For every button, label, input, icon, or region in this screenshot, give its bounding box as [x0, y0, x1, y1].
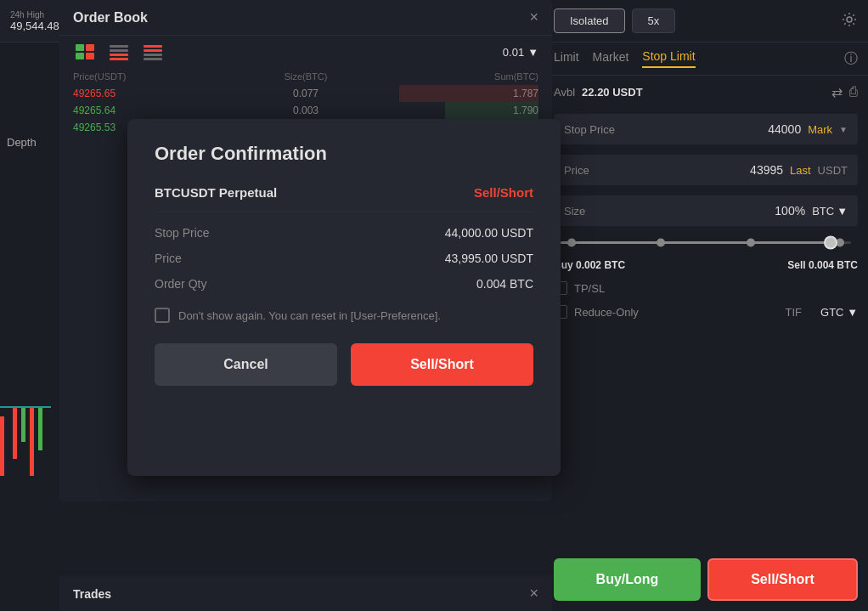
ob-col-headers: Price(USDT) Size(BTC) Sum(BTC) — [59, 68, 552, 85]
buy-amount-label: Buy 0.002 BTC — [554, 259, 625, 271]
svg-rect-6 — [110, 54, 128, 56]
sell-short-button[interactable]: Sell/Short — [707, 558, 858, 601]
ob-view-list1[interactable] — [107, 42, 131, 61]
table-row: 49265.64 0.003 1.790 — [73, 102, 538, 119]
modal-pair-label: BTCUSDT Perpetual — [155, 185, 277, 200]
ob-view-grid[interactable] — [73, 42, 97, 61]
svg-rect-7 — [110, 58, 128, 60]
left-panel: 24h High 49,544.48 24h Lo 46.88 ► ☷ Dept… — [0, 0, 544, 611]
svg-point-12 — [847, 17, 852, 22]
isolated-button[interactable]: Isolated — [554, 8, 625, 33]
ob-view-list2[interactable] — [141, 42, 165, 61]
leverage-button[interactable]: 5x — [632, 8, 676, 33]
modal-qty-label: Order Qty — [155, 277, 206, 291]
svg-rect-8 — [144, 45, 162, 48]
dont-show-checkbox[interactable] — [155, 308, 170, 323]
sell-amount-value: 0.004 BTC — [809, 259, 858, 271]
svg-rect-11 — [144, 58, 162, 60]
price-right: 43995 Last USDT — [750, 163, 848, 177]
svg-rect-1 — [86, 44, 94, 51]
tif-label: TIF — [786, 306, 803, 319]
svg-rect-2 — [76, 53, 84, 59]
order-tabs: Limit Market Stop Limit ⓘ — [544, 42, 868, 76]
buy-long-button[interactable]: Buy/Long — [554, 558, 701, 601]
ob-decimal-selector[interactable]: 0.01 ▼ — [503, 46, 538, 59]
buy-sell-amounts: Buy 0.002 BTC Sell 0.004 BTC — [544, 254, 868, 276]
ob-title: Order Book — [73, 10, 148, 25]
ob-close-button[interactable]: × — [529, 8, 538, 26]
settings-icon[interactable] — [841, 11, 858, 31]
calculator-icon[interactable]: ⎙ — [849, 84, 858, 100]
tpsl-row: TP/SL — [544, 276, 868, 300]
right-panel: Isolated 5x Limit Market Stop Limit ⓘ Av… — [544, 0, 868, 611]
rp-top: Isolated 5x — [544, 0, 868, 42]
reduce-only-label: Reduce-Only — [574, 306, 639, 319]
trades-close-icon[interactable]: × — [529, 585, 538, 603]
price-line — [0, 406, 51, 408]
tif-dropdown[interactable]: GTC ▼ — [820, 306, 858, 319]
stat-24h-high: 24h High 49,544.48 — [10, 10, 59, 32]
reduce-only-row: Reduce-Only TIF GTC ▼ — [544, 300, 868, 324]
svg-rect-3 — [86, 53, 94, 59]
modal-divider — [155, 212, 533, 212]
slider-handle[interactable] — [824, 236, 837, 250]
svg-rect-0 — [76, 44, 84, 51]
modal-price-value: 43,995.00 USDT — [445, 252, 533, 265]
ob-controls: 0.01 ▼ — [59, 36, 552, 68]
modal-stop-price-value: 44,000.00 USDT — [445, 226, 533, 240]
slider-dot-25[interactable] — [657, 238, 665, 246]
swap-icon[interactable]: ⇄ — [831, 84, 843, 100]
slider-container[interactable] — [544, 231, 868, 254]
size-unit-dropdown[interactable]: BTC ▼ — [812, 205, 848, 218]
svg-rect-10 — [144, 54, 162, 56]
stop-price-value: 44000 — [768, 122, 801, 136]
avbl-label: Avbl — [554, 86, 575, 99]
trades-title: Trades — [73, 587, 111, 601]
avbl-icons: ⇄ ⎙ — [831, 84, 858, 100]
modal-pair-row: BTCUSDT Perpetual Sell/Short — [155, 185, 533, 200]
avbl-row: Avbl 22.20 USDT ⇄ ⎙ — [544, 76, 868, 109]
trades-bar: Trades × — [59, 576, 552, 611]
tab-stop-limit[interactable]: Stop Limit — [642, 49, 695, 68]
size-right: 100% BTC ▼ — [775, 204, 848, 218]
ob-header: Order Book × — [59, 0, 552, 36]
stop-price-field[interactable]: Stop Price 44000 Mark ▼ — [554, 114, 858, 144]
svg-rect-4 — [110, 45, 128, 48]
modal-checkbox-row: Don't show again. You can reset in [User… — [155, 308, 533, 323]
modal-title: Order Confirmation — [155, 143, 533, 165]
stop-price-tag[interactable]: Mark — [808, 123, 832, 136]
svg-rect-5 — [110, 49, 128, 52]
stat-label-high: 24h High — [10, 10, 59, 20]
price-unit: USDT — [818, 164, 848, 177]
slider-dots — [567, 239, 844, 246]
modal-qty-value: 0.004 BTC — [476, 277, 533, 291]
tpsl-label: TP/SL — [574, 282, 605, 295]
table-row: 49265.65 0.077 1.787 — [73, 85, 538, 102]
modal-side-label: Sell/Short — [474, 185, 533, 200]
svg-rect-9 — [144, 49, 162, 52]
size-field[interactable]: Size 100% BTC ▼ — [554, 195, 858, 226]
order-confirmation-modal: Order Confirmation BTCUSDT Perpetual Sel… — [127, 119, 561, 476]
modal-sell-button[interactable]: Sell/Short — [351, 343, 533, 386]
action-buttons: Buy/Long Sell/Short — [544, 545, 868, 611]
slider-dot-50[interactable] — [747, 238, 755, 246]
sell-amount-label: Sell 0.004 BTC — [787, 259, 858, 271]
avbl-value: 22.20 USDT — [582, 86, 643, 99]
modal-buttons: Cancel Sell/Short — [155, 343, 533, 386]
stat-value-high: 49,544.48 — [10, 20, 59, 32]
modal-price-row: Price 43,995.00 USDT — [155, 252, 533, 265]
price-tag[interactable]: Last — [790, 164, 811, 177]
modal-cancel-button[interactable]: Cancel — [155, 343, 337, 386]
tab-limit[interactable]: Limit — [554, 50, 579, 67]
price-value: 43995 — [750, 163, 783, 177]
tab-market[interactable]: Market — [593, 50, 629, 67]
stop-price-right: 44000 Mark ▼ — [768, 122, 848, 136]
size-value: 100% — [775, 204, 805, 218]
stop-price-dropdown-icon[interactable]: ▼ — [839, 125, 848, 134]
price-field[interactable]: Price 43995 Last USDT — [554, 155, 858, 185]
slider-track[interactable] — [561, 241, 851, 244]
modal-stop-price-row: Stop Price 44,000.00 USDT — [155, 226, 533, 240]
info-icon[interactable]: ⓘ — [844, 50, 858, 68]
slider-dot-0[interactable] — [567, 238, 576, 246]
order-book-panel: Order Book × — [59, 0, 552, 501]
